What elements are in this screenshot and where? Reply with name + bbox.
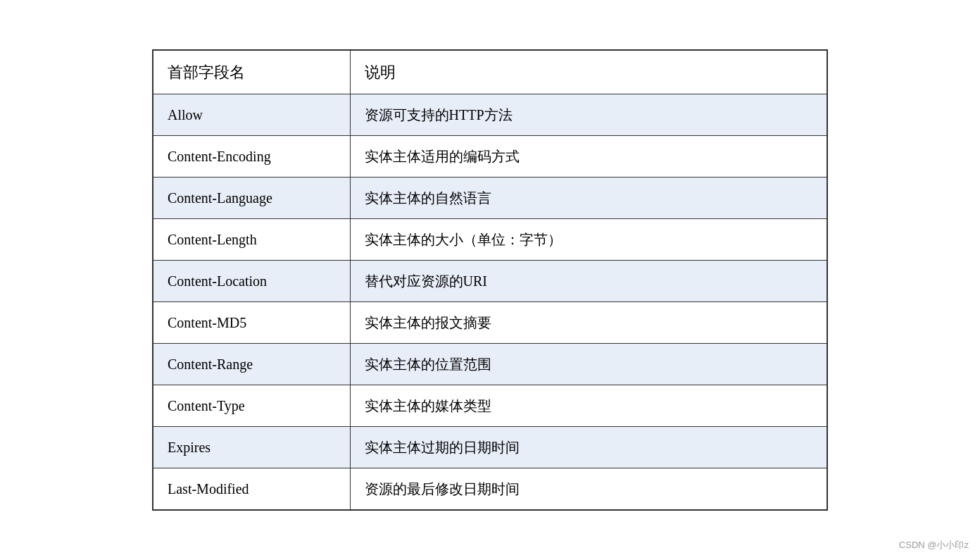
table-row: Content-Length实体主体的大小（单位：字节） [153, 219, 827, 261]
table-cell-description: 实体主体过期的日期时间 [350, 427, 827, 468]
table-cell-field: Content-MD5 [153, 302, 350, 344]
table-cell-description: 实体主体的自然语言 [350, 178, 827, 219]
table-cell-field: Content-Range [153, 344, 350, 385]
table-row: Content-Location替代对应资源的URI [153, 261, 827, 302]
table-cell-field: Content-Language [153, 178, 350, 219]
col-header-field-name: 首部字段名 [153, 50, 350, 94]
table-cell-field: Content-Location [153, 261, 350, 302]
table-cell-description: 实体主体的大小（单位：字节） [350, 219, 827, 261]
table-row: Last-Modified资源的最后修改日期时间 [153, 468, 827, 511]
table-row: Content-MD5实体主体的报文摘要 [153, 302, 827, 344]
col-header-description: 说明 [350, 50, 827, 94]
table-row: Content-Range实体主体的位置范围 [153, 344, 827, 385]
table-cell-field: Content-Length [153, 219, 350, 261]
table-row: Allow资源可支持的HTTP方法 [153, 94, 827, 136]
table-cell-description: 实体主体的位置范围 [350, 344, 827, 385]
table-row: Content-Language实体主体的自然语言 [153, 178, 827, 219]
watermark: CSDN @小小印z [899, 539, 969, 552]
table-cell-description: 实体主体的报文摘要 [350, 302, 827, 344]
table-cell-field: Last-Modified [153, 468, 350, 511]
table-header-row: 首部字段名 说明 [153, 50, 827, 94]
table-cell-field: Content-Encoding [153, 136, 350, 178]
table-row: Content-Encoding实体主体适用的编码方式 [153, 136, 827, 178]
http-headers-table: 首部字段名 说明 Allow资源可支持的HTTP方法Content-Encodi… [152, 49, 828, 511]
table-cell-description: 实体主体适用的编码方式 [350, 136, 827, 178]
table-cell-description: 资源的最后修改日期时间 [350, 468, 827, 511]
main-table-container: 首部字段名 说明 Allow资源可支持的HTTP方法Content-Encodi… [152, 49, 828, 511]
table-row: Content-Type实体主体的媒体类型 [153, 385, 827, 427]
table-cell-field: Allow [153, 94, 350, 136]
table-cell-field: Content-Type [153, 385, 350, 427]
table-cell-description: 实体主体的媒体类型 [350, 385, 827, 427]
table-row: Expires实体主体过期的日期时间 [153, 427, 827, 468]
table-cell-field: Expires [153, 427, 350, 468]
table-cell-description: 替代对应资源的URI [350, 261, 827, 302]
table-cell-description: 资源可支持的HTTP方法 [350, 94, 827, 136]
